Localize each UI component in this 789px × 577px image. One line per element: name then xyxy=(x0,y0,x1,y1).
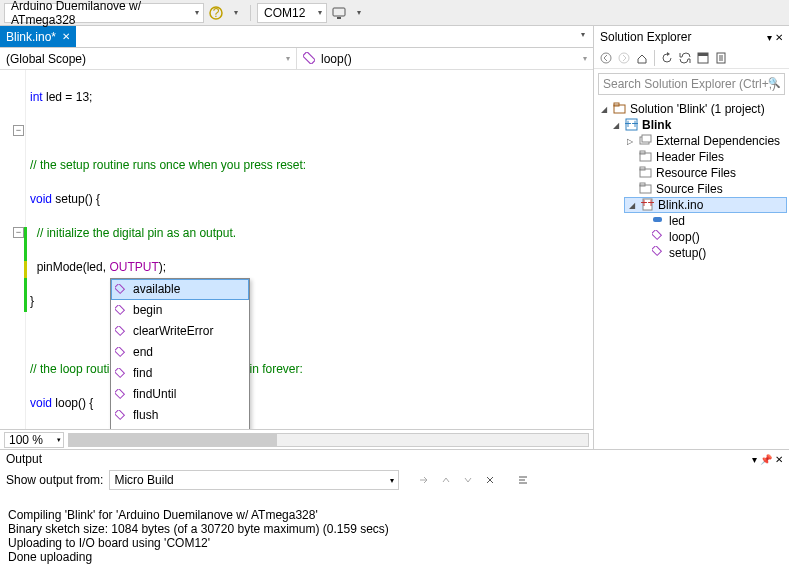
home-icon[interactable] xyxy=(634,50,650,66)
svg-text:++: ++ xyxy=(641,198,654,210)
solution-icon xyxy=(613,102,627,116)
toolbar: Arduino Duemilanove w/ ATmega328 ? ▾ COM… xyxy=(0,0,789,26)
tree-project[interactable]: ◢++Blink xyxy=(596,117,787,133)
properties-icon[interactable] xyxy=(713,50,729,66)
svg-rect-8 xyxy=(115,347,124,356)
svg-rect-34 xyxy=(652,230,661,239)
solution-explorer: Solution Explorer ▾ ✕ Search Solution Ex… xyxy=(594,26,789,449)
intellisense-item[interactable]: findUntil xyxy=(111,384,249,405)
method-icon xyxy=(115,368,127,380)
tree-item[interactable]: Resource Files xyxy=(596,165,787,181)
help-icon[interactable]: ? xyxy=(208,5,224,21)
svg-rect-24 xyxy=(642,135,651,142)
tree-symbol[interactable]: loop() xyxy=(596,229,787,245)
svg-text:++: ++ xyxy=(625,118,638,131)
output-panel: Output ▾ 📌 ✕ Show output from: Micro Bui… xyxy=(0,449,789,577)
svg-point-14 xyxy=(601,53,611,63)
forward-icon[interactable] xyxy=(616,50,632,66)
method-icon xyxy=(115,389,127,401)
tab-menu-icon[interactable]: ▾ xyxy=(577,26,593,42)
folder-icon xyxy=(639,166,653,180)
svg-rect-9 xyxy=(115,368,124,377)
intellisense-item[interactable]: clearWriteError xyxy=(111,321,249,342)
refresh-icon[interactable] xyxy=(659,50,675,66)
clear-icon[interactable] xyxy=(482,472,498,488)
tree-file-blink[interactable]: ◢++Blink.ino xyxy=(624,197,787,213)
dropdown-icon[interactable]: ▾ xyxy=(351,5,367,21)
tree-symbol[interactable]: led xyxy=(596,213,787,229)
intellisense-popup[interactable]: available begin clearWriteError end find… xyxy=(110,278,250,429)
scrollbar-thumb[interactable] xyxy=(69,434,277,446)
method-icon xyxy=(115,410,127,422)
dropdown-icon[interactable]: ▾ xyxy=(228,5,244,21)
code-editor[interactable]: − − int led = 13; // the setup routine r… xyxy=(0,70,593,429)
panel-header: Solution Explorer ▾ ✕ xyxy=(594,26,789,48)
file-tabs: Blink.ino* ✕ ▾ xyxy=(0,26,593,48)
tree-item[interactable]: Header Files xyxy=(596,149,787,165)
intellisense-item[interactable]: available xyxy=(111,279,249,300)
method-icon xyxy=(652,246,666,260)
h-scrollbar[interactable] xyxy=(68,433,589,447)
intellisense-item[interactable]: getWriteError xyxy=(111,426,249,429)
zoom-bar: 100 % xyxy=(0,429,593,449)
svg-point-15 xyxy=(619,53,629,63)
output-source-select[interactable]: Micro Build xyxy=(109,470,399,490)
zoom-select[interactable]: 100 % xyxy=(4,432,64,448)
method-icon xyxy=(115,284,127,296)
scope-bar: (Global Scope) loop() xyxy=(0,48,593,70)
tab-blink[interactable]: Blink.ino* ✕ xyxy=(0,26,76,47)
port-select[interactable]: COM12 xyxy=(257,3,327,23)
svg-rect-6 xyxy=(115,305,124,314)
output-toolbar: Show output from: Micro Build xyxy=(0,468,789,492)
code-body: int led = 13; // the setup routine runs … xyxy=(0,70,593,429)
panel-buttons[interactable]: ▾ 📌 ✕ xyxy=(752,454,783,465)
tab-label: Blink.ino* xyxy=(6,30,56,44)
scope-right[interactable]: loop() xyxy=(297,48,593,69)
output-source-label: Show output from: xyxy=(6,473,103,487)
board-select[interactable]: Arduino Duemilanove w/ ATmega328 xyxy=(4,3,204,23)
panel-menu-icon[interactable]: ▾ ✕ xyxy=(767,32,783,43)
panel-title-text: Solution Explorer xyxy=(600,30,691,44)
wrap-icon[interactable] xyxy=(515,472,531,488)
folder-icon xyxy=(639,182,653,196)
collapse-icon[interactable] xyxy=(695,50,711,66)
monitor-icon[interactable] xyxy=(331,5,347,21)
cpp-file-icon: ++ xyxy=(641,198,655,212)
goto-icon[interactable] xyxy=(416,472,432,488)
output-header: Output ▾ 📌 ✕ xyxy=(0,450,789,468)
svg-rect-5 xyxy=(115,284,124,293)
search-input[interactable]: Search Solution Explorer (Ctrl+;) xyxy=(598,73,785,95)
intellisense-item[interactable]: flush xyxy=(111,405,249,426)
back-icon[interactable] xyxy=(598,50,614,66)
close-icon[interactable]: ✕ xyxy=(62,31,70,42)
tree-item[interactable]: ▷External Dependencies xyxy=(596,133,787,149)
editor-pane: Blink.ino* ✕ ▾ (Global Scope) loop() − − xyxy=(0,26,594,449)
svg-rect-11 xyxy=(115,410,124,419)
next-icon[interactable] xyxy=(460,472,476,488)
intellisense-item[interactable]: end xyxy=(111,342,249,363)
svg-rect-3 xyxy=(337,17,341,19)
svg-rect-7 xyxy=(115,326,124,335)
svg-text:?: ? xyxy=(213,6,220,20)
prev-icon[interactable] xyxy=(438,472,454,488)
method-icon xyxy=(115,347,127,359)
tree-symbol[interactable]: setup() xyxy=(596,245,787,261)
output-text[interactable]: Compiling 'Blink' for 'Arduino Duemilano… xyxy=(0,492,789,577)
svg-rect-10 xyxy=(115,389,124,398)
scope-left[interactable]: (Global Scope) xyxy=(0,48,296,69)
svg-rect-33 xyxy=(653,217,662,222)
svg-rect-2 xyxy=(333,8,345,16)
svg-rect-4 xyxy=(303,52,315,64)
sync-icon[interactable] xyxy=(677,50,693,66)
tree-solution[interactable]: ◢Solution 'Blink' (1 project) xyxy=(596,101,787,117)
tree-item[interactable]: Source Files xyxy=(596,181,787,197)
intellisense-item[interactable]: find xyxy=(111,363,249,384)
toolbar-sep xyxy=(250,5,251,21)
intellisense-item[interactable]: begin xyxy=(111,300,249,321)
svg-rect-35 xyxy=(652,246,661,255)
solution-tree[interactable]: ◢Solution 'Blink' (1 project) ◢++Blink ▷… xyxy=(594,99,789,449)
panel-toolbar xyxy=(594,48,789,69)
method-icon xyxy=(115,305,127,317)
method-icon xyxy=(115,326,127,338)
field-icon xyxy=(652,214,666,228)
